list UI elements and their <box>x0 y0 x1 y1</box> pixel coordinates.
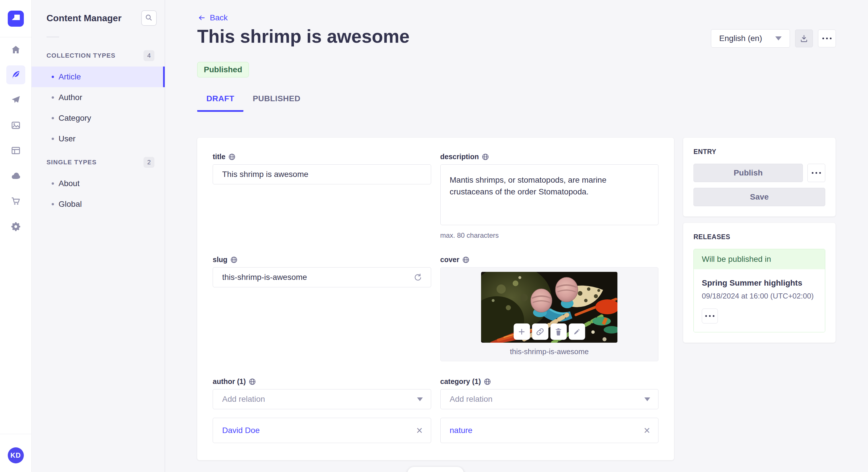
release-body: Spring Summer highlights 09/18/2024 at 1… <box>694 269 825 332</box>
arrow-left-icon <box>197 13 206 22</box>
feather-icon[interactable] <box>6 65 25 84</box>
logo-wrap <box>0 0 31 37</box>
sidebar-item-about[interactable]: About <box>32 173 165 194</box>
sidebar-header: Content Manager <box>32 0 165 26</box>
sidebar-item-label: Category <box>59 113 91 123</box>
strapi-logo-icon[interactable] <box>8 11 24 27</box>
download-icon <box>799 34 809 43</box>
description-field-label: description <box>440 153 479 161</box>
slug-input-wrap <box>213 267 431 287</box>
sidebar-item-global[interactable]: Global <box>32 194 165 214</box>
cover-toolbar <box>514 324 585 340</box>
header-more-button[interactable] <box>818 30 836 47</box>
sidebar-item-author[interactable]: Author <box>32 87 165 108</box>
bullet-icon <box>52 117 54 119</box>
description-field-label-row: description <box>440 153 659 161</box>
search-icon <box>144 13 154 23</box>
cover-field: cover <box>440 256 659 361</box>
search-button[interactable] <box>141 10 157 26</box>
release-status: Will be published in <box>694 249 825 269</box>
remove-author-relation-button[interactable]: × <box>416 425 423 436</box>
category-relation-select[interactable]: Add relation <box>440 389 659 409</box>
bullet-icon <box>52 76 54 78</box>
section-collection-types: COLLECTION TYPES 4 <box>32 50 165 61</box>
entry-more-button[interactable] <box>807 164 825 182</box>
side-column: ENTRY Publish Save RELEASES Will be publ… <box>683 138 836 343</box>
sidebar-item-article[interactable]: Article <box>32 67 165 87</box>
layout-icon[interactable] <box>6 141 25 160</box>
tab-published[interactable]: PUBLISHED <box>243 94 309 112</box>
bullet-icon <box>52 203 54 205</box>
title-input[interactable] <box>213 164 431 184</box>
section-label: SINGLE TYPES <box>46 159 97 166</box>
entry-actions: Publish <box>693 164 825 182</box>
sidebar-item-user[interactable]: User <box>32 129 165 149</box>
globe-icon <box>484 378 491 385</box>
author-relation-select[interactable]: Add relation <box>213 389 431 409</box>
pencil-icon <box>572 327 582 337</box>
section-count-badge: 4 <box>144 50 154 61</box>
avatar[interactable]: KD <box>8 447 24 463</box>
content-manager-sidebar: Content Manager COLLECTION TYPES 4 Artic… <box>32 0 165 472</box>
releases-panel: RELEASES Will be published in Spring Sum… <box>683 223 836 343</box>
locale-value: English (en) <box>719 34 762 43</box>
main-content: Back This shrimp is awesome English (en) <box>165 0 868 472</box>
author-field: author (1) Add relation David Doe × <box>213 377 431 443</box>
entry-panel-title: ENTRY <box>693 148 825 156</box>
slug-input[interactable] <box>213 267 431 287</box>
trash-icon <box>554 327 563 337</box>
author-relation-item: David Doe × <box>213 418 431 443</box>
globe-icon <box>462 256 470 264</box>
collection-types-list: Article Author Category User <box>32 67 165 149</box>
sidebar-item-label: Global <box>59 200 82 209</box>
globe-icon <box>482 153 489 161</box>
cover-media <box>481 272 617 343</box>
bullet-icon <box>52 138 54 140</box>
copy-link-button[interactable] <box>532 324 548 340</box>
sidebar-title: Content Manager <box>46 13 121 24</box>
rail-bottom: KD <box>0 434 31 472</box>
page-title-row: This shrimp is awesome English (en) <box>197 26 836 47</box>
releases-panel-title: RELEASES <box>693 233 825 241</box>
regenerate-slug-button[interactable] <box>411 272 424 282</box>
author-relation-link[interactable]: David Doe <box>222 426 260 435</box>
category-relation-link[interactable]: nature <box>450 426 472 435</box>
tab-draft[interactable]: DRAFT <box>197 94 243 112</box>
category-field-label: category (1) <box>440 377 481 386</box>
publish-button[interactable]: Publish <box>693 164 803 182</box>
sidebar-item-label: User <box>59 134 75 143</box>
description-helper: max. 80 characters <box>440 231 659 239</box>
section-count-badge: 2 <box>144 157 154 168</box>
cloud-icon[interactable] <box>6 166 25 185</box>
globe-icon <box>228 153 236 161</box>
chevron-down-icon <box>417 398 423 401</box>
release-name: Spring Summer highlights <box>702 278 817 288</box>
content-grid: title description Mantis shrimps, <box>197 138 836 460</box>
media-library-icon[interactable] <box>6 116 25 135</box>
chevron-down-icon <box>644 398 650 401</box>
more-horizontal-icon <box>812 172 821 174</box>
sidebar-item-label: Author <box>59 93 82 102</box>
sidebar-item-category[interactable]: Category <box>32 108 165 129</box>
home-icon[interactable] <box>6 40 25 59</box>
bottom-pill[interactable] <box>407 467 464 472</box>
download-button[interactable] <box>795 30 813 47</box>
description-textarea[interactable]: Mantis shrimps, or stomatopods, are mari… <box>440 164 659 225</box>
tabs: DRAFT PUBLISHED <box>197 94 836 112</box>
cart-icon[interactable] <box>6 192 25 210</box>
slug-field-label: slug <box>213 256 227 264</box>
locale-select[interactable]: English (en) <box>711 29 790 47</box>
add-media-button[interactable] <box>514 324 530 340</box>
save-button[interactable]: Save <box>693 188 825 206</box>
section-single-types: SINGLE TYPES 2 <box>32 157 165 168</box>
gear-icon[interactable] <box>6 217 25 236</box>
paper-plane-icon[interactable] <box>6 91 25 109</box>
remove-category-relation-button[interactable]: × <box>644 425 650 436</box>
back-link[interactable]: Back <box>197 13 228 22</box>
author-field-label-row: author (1) <box>213 377 431 386</box>
edit-media-button[interactable] <box>569 324 585 340</box>
release-more-button[interactable] <box>702 308 718 324</box>
delete-media-button[interactable] <box>550 324 567 340</box>
header-actions: English (en) <box>711 29 836 47</box>
slug-field-label-row: slug <box>213 256 431 264</box>
